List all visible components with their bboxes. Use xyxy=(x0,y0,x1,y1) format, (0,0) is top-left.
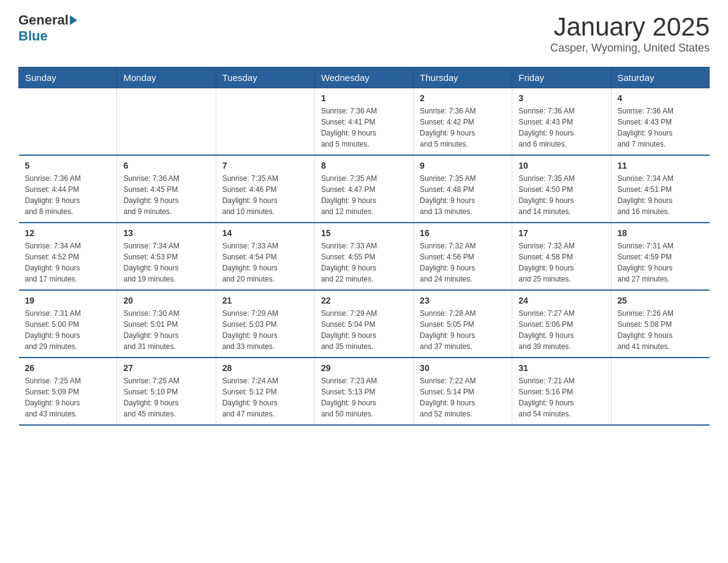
day-info: Sunrise: 7:32 AMSunset: 4:56 PMDaylight:… xyxy=(420,240,506,285)
page-header: General Blue January 2025 Casper, Wyomin… xyxy=(18,12,710,55)
day-number: 8 xyxy=(321,161,407,170)
logo-arrow-icon xyxy=(70,15,77,25)
calendar-cell: 13Sunrise: 7:34 AMSunset: 4:53 PMDayligh… xyxy=(117,223,216,290)
calendar-cell: 11Sunrise: 7:34 AMSunset: 4:51 PMDayligh… xyxy=(611,155,710,223)
calendar-cell: 24Sunrise: 7:27 AMSunset: 5:06 PMDayligh… xyxy=(512,290,611,358)
calendar-week-row: 1Sunrise: 7:36 AMSunset: 4:41 PMDaylight… xyxy=(19,88,710,156)
day-number: 17 xyxy=(518,228,604,238)
day-info: Sunrise: 7:36 AMSunset: 4:43 PMDaylight:… xyxy=(618,105,703,150)
day-info: Sunrise: 7:29 AMSunset: 5:04 PMDaylight:… xyxy=(321,308,407,352)
calendar-cell: 29Sunrise: 7:23 AMSunset: 5:13 PMDayligh… xyxy=(314,358,413,425)
calendar-cell: 19Sunrise: 7:31 AMSunset: 5:00 PMDayligh… xyxy=(19,290,117,358)
calendar-cell xyxy=(117,88,216,156)
calendar-cell: 21Sunrise: 7:29 AMSunset: 5:03 PMDayligh… xyxy=(216,290,314,358)
calendar-cell: 2Sunrise: 7:36 AMSunset: 4:42 PMDaylight… xyxy=(414,88,512,156)
calendar-subtitle: Casper, Wyoming, United States xyxy=(550,42,710,55)
title-section: January 2025 Casper, Wyoming, United Sta… xyxy=(550,12,710,55)
day-number: 12 xyxy=(25,228,111,238)
day-info: Sunrise: 7:34 AMSunset: 4:52 PMDaylight:… xyxy=(25,240,111,285)
calendar-cell: 3Sunrise: 7:36 AMSunset: 4:43 PMDaylight… xyxy=(512,88,611,156)
day-info: Sunrise: 7:36 AMSunset: 4:41 PMDaylight:… xyxy=(321,105,407,150)
day-number: 27 xyxy=(123,363,209,373)
day-number: 18 xyxy=(618,228,703,238)
calendar-week-row: 19Sunrise: 7:31 AMSunset: 5:00 PMDayligh… xyxy=(19,290,710,358)
calendar-cell: 7Sunrise: 7:35 AMSunset: 4:46 PMDaylight… xyxy=(216,155,314,223)
day-info: Sunrise: 7:35 AMSunset: 4:46 PMDaylight:… xyxy=(222,173,308,217)
day-number: 21 xyxy=(222,296,308,305)
calendar-cell: 6Sunrise: 7:36 AMSunset: 4:45 PMDaylight… xyxy=(117,155,216,223)
calendar-header-row: SundayMondayTuesdayWednesdayThursdayFrid… xyxy=(19,67,710,88)
calendar-cell: 16Sunrise: 7:32 AMSunset: 4:56 PMDayligh… xyxy=(414,223,512,290)
calendar-cell: 17Sunrise: 7:32 AMSunset: 4:58 PMDayligh… xyxy=(512,223,611,290)
day-info: Sunrise: 7:29 AMSunset: 5:03 PMDaylight:… xyxy=(222,308,308,352)
day-number: 9 xyxy=(420,161,506,170)
calendar-cell: 30Sunrise: 7:22 AMSunset: 5:14 PMDayligh… xyxy=(414,358,512,425)
calendar-cell: 28Sunrise: 7:24 AMSunset: 5:12 PMDayligh… xyxy=(216,358,314,425)
day-info: Sunrise: 7:26 AMSunset: 5:08 PMDaylight:… xyxy=(618,308,703,352)
day-number: 1 xyxy=(321,93,407,103)
day-info: Sunrise: 7:33 AMSunset: 4:55 PMDaylight:… xyxy=(321,240,407,285)
day-info: Sunrise: 7:35 AMSunset: 4:47 PMDaylight:… xyxy=(321,173,407,217)
day-info: Sunrise: 7:24 AMSunset: 5:12 PMDaylight:… xyxy=(222,375,308,419)
calendar-cell: 31Sunrise: 7:21 AMSunset: 5:16 PMDayligh… xyxy=(512,358,611,425)
calendar-cell: 8Sunrise: 7:35 AMSunset: 4:47 PMDaylight… xyxy=(314,155,413,223)
calendar-cell: 10Sunrise: 7:35 AMSunset: 4:50 PMDayligh… xyxy=(512,155,611,223)
day-info: Sunrise: 7:30 AMSunset: 5:01 PMDaylight:… xyxy=(123,308,209,352)
calendar-cell: 9Sunrise: 7:35 AMSunset: 4:48 PMDaylight… xyxy=(414,155,512,223)
calendar-cell: 4Sunrise: 7:36 AMSunset: 4:43 PMDaylight… xyxy=(611,88,710,156)
calendar-week-row: 26Sunrise: 7:25 AMSunset: 5:09 PMDayligh… xyxy=(19,358,710,425)
day-number: 10 xyxy=(518,161,604,170)
day-info: Sunrise: 7:22 AMSunset: 5:14 PMDaylight:… xyxy=(420,375,506,419)
day-number: 26 xyxy=(25,363,111,373)
calendar-cell: 1Sunrise: 7:36 AMSunset: 4:41 PMDaylight… xyxy=(314,88,413,156)
day-number: 2 xyxy=(420,93,506,103)
day-number: 31 xyxy=(518,363,604,373)
day-info: Sunrise: 7:25 AMSunset: 5:09 PMDaylight:… xyxy=(25,375,111,419)
day-number: 22 xyxy=(321,296,407,305)
calendar-cell: 25Sunrise: 7:26 AMSunset: 5:08 PMDayligh… xyxy=(611,290,710,358)
day-number: 7 xyxy=(222,161,308,170)
calendar-cell: 23Sunrise: 7:28 AMSunset: 5:05 PMDayligh… xyxy=(414,290,512,358)
day-number: 3 xyxy=(518,93,604,103)
calendar-cell xyxy=(611,358,710,425)
day-number: 15 xyxy=(321,228,407,238)
day-info: Sunrise: 7:33 AMSunset: 4:54 PMDaylight:… xyxy=(222,240,308,285)
calendar-cell: 15Sunrise: 7:33 AMSunset: 4:55 PMDayligh… xyxy=(314,223,413,290)
day-number: 19 xyxy=(25,296,111,305)
weekday-header-monday: Monday xyxy=(117,67,216,88)
day-number: 23 xyxy=(420,296,506,305)
logo-blue-text: Blue xyxy=(18,28,48,44)
day-info: Sunrise: 7:31 AMSunset: 5:00 PMDaylight:… xyxy=(25,308,111,352)
day-info: Sunrise: 7:35 AMSunset: 4:50 PMDaylight:… xyxy=(518,173,604,217)
day-number: 28 xyxy=(222,363,308,373)
day-number: 30 xyxy=(420,363,506,373)
calendar-table: SundayMondayTuesdayWednesdayThursdayFrid… xyxy=(18,67,710,426)
calendar-cell xyxy=(19,88,117,156)
calendar-cell xyxy=(216,88,314,156)
day-info: Sunrise: 7:35 AMSunset: 4:48 PMDaylight:… xyxy=(420,173,506,217)
day-info: Sunrise: 7:36 AMSunset: 4:42 PMDaylight:… xyxy=(420,105,506,150)
day-info: Sunrise: 7:21 AMSunset: 5:16 PMDaylight:… xyxy=(518,375,604,419)
calendar-cell: 18Sunrise: 7:31 AMSunset: 4:59 PMDayligh… xyxy=(611,223,710,290)
day-number: 20 xyxy=(123,296,209,305)
calendar-cell: 20Sunrise: 7:30 AMSunset: 5:01 PMDayligh… xyxy=(117,290,216,358)
weekday-header-friday: Friday xyxy=(512,67,611,88)
day-info: Sunrise: 7:31 AMSunset: 4:59 PMDaylight:… xyxy=(618,240,703,285)
calendar-cell: 27Sunrise: 7:25 AMSunset: 5:10 PMDayligh… xyxy=(117,358,216,425)
day-number: 11 xyxy=(618,161,703,170)
day-number: 6 xyxy=(123,161,209,170)
day-info: Sunrise: 7:34 AMSunset: 4:51 PMDaylight:… xyxy=(618,173,703,217)
calendar-title: January 2025 xyxy=(550,12,710,42)
weekday-header-saturday: Saturday xyxy=(611,67,710,88)
weekday-header-sunday: Sunday xyxy=(19,67,117,88)
calendar-cell: 5Sunrise: 7:36 AMSunset: 4:44 PMDaylight… xyxy=(19,155,117,223)
day-number: 4 xyxy=(618,93,703,103)
day-info: Sunrise: 7:34 AMSunset: 4:53 PMDaylight:… xyxy=(123,240,209,285)
day-info: Sunrise: 7:28 AMSunset: 5:05 PMDaylight:… xyxy=(420,308,506,352)
calendar-week-row: 12Sunrise: 7:34 AMSunset: 4:52 PMDayligh… xyxy=(19,223,710,290)
weekday-header-tuesday: Tuesday xyxy=(216,67,314,88)
logo-general-text: General xyxy=(18,12,69,28)
calendar-cell: 22Sunrise: 7:29 AMSunset: 5:04 PMDayligh… xyxy=(314,290,413,358)
weekday-header-thursday: Thursday xyxy=(414,67,512,88)
day-info: Sunrise: 7:25 AMSunset: 5:10 PMDaylight:… xyxy=(123,375,209,419)
